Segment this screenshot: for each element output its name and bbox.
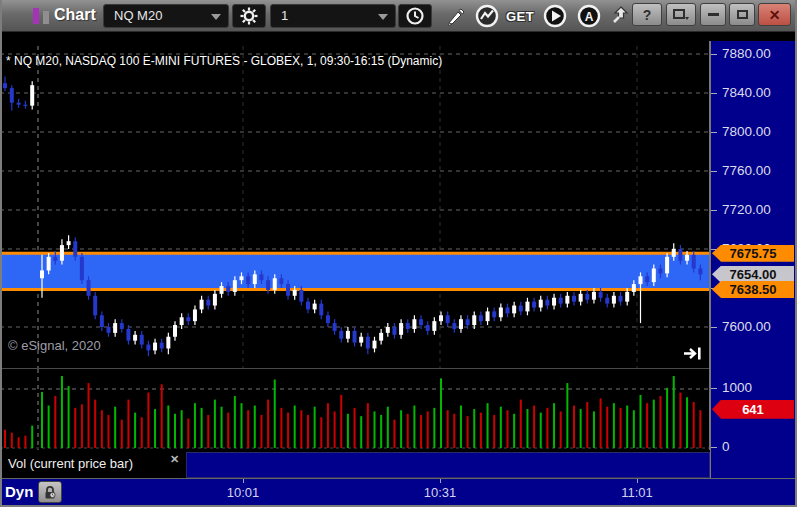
volume-bar — [201, 408, 203, 448]
volume-badge-641: 641 — [712, 400, 794, 419]
candle-body — [512, 306, 516, 314]
candle-body — [625, 292, 629, 302]
candle-body — [486, 311, 490, 321]
candle-body — [160, 343, 164, 349]
volume-bar — [327, 403, 329, 448]
candle-body — [313, 304, 317, 310]
symbol-settings-button[interactable] — [232, 4, 266, 28]
replay-button[interactable] — [540, 3, 570, 29]
minimize-button[interactable] — [700, 3, 726, 26]
volume-axis-label: 0 — [722, 439, 730, 454]
price-axis-tick — [711, 327, 717, 328]
volume-bar — [593, 411, 595, 448]
volume-bar — [560, 411, 562, 448]
volume-bar — [500, 407, 502, 448]
volume-pane[interactable] — [0, 368, 710, 450]
candle-body — [552, 298, 556, 306]
price-axis-tick — [711, 93, 717, 94]
volume-bar — [108, 415, 110, 448]
volume-bar — [127, 400, 129, 448]
candle-body — [306, 302, 310, 310]
volume-bar — [460, 406, 462, 448]
help-label: ? — [643, 7, 652, 23]
volume-bar — [61, 376, 63, 448]
studies-button[interactable] — [472, 3, 502, 29]
candle-body — [240, 276, 244, 280]
candle-body — [213, 294, 217, 306]
clock-icon — [405, 6, 425, 26]
volume-bar — [420, 415, 422, 448]
candle-body — [592, 292, 596, 300]
volume-bar — [653, 400, 655, 448]
volume-bar — [147, 393, 149, 448]
volume-bar — [666, 388, 668, 448]
candle-body — [539, 300, 543, 308]
get-data-button[interactable]: GET — [505, 3, 535, 29]
candle-body — [146, 345, 150, 351]
time-axis-bar[interactable]: Dyn 10:0110:3111:01 — [0, 478, 797, 505]
annotation-button[interactable]: A — [574, 3, 604, 29]
candle-body — [406, 323, 410, 329]
candle-body — [412, 319, 416, 329]
symbol-dropdown[interactable]: NQ M20 — [103, 4, 229, 28]
candle-body — [193, 309, 197, 321]
candle-body — [299, 290, 303, 302]
time-lock-button[interactable] — [38, 481, 62, 503]
time-template-button[interactable] — [398, 4, 432, 28]
horizontal-scroll-strip[interactable] — [186, 452, 710, 478]
restore-window-button[interactable] — [666, 3, 696, 26]
candle-body — [220, 286, 224, 294]
volume-bar — [68, 386, 70, 448]
price-badge-7654.00: 7654.00 — [712, 266, 794, 283]
draw-button[interactable] — [440, 3, 470, 29]
chevron-down-icon — [378, 14, 388, 20]
title-bar[interactable]: Chart NQ M20 1 — [0, 0, 797, 32]
candle-body — [73, 241, 77, 257]
candle-body — [259, 274, 263, 280]
candle-body — [93, 296, 97, 316]
candle-body — [126, 329, 130, 341]
volume-bar — [427, 411, 429, 448]
candle-body — [266, 280, 270, 290]
maximize-button[interactable] — [729, 3, 755, 26]
volume-bar — [280, 408, 282, 448]
app-icon-secondary — [43, 11, 49, 24]
volume-bar — [347, 414, 349, 448]
minimize-icon — [708, 13, 719, 16]
candle-body — [612, 296, 616, 304]
play-icon — [542, 3, 568, 29]
close-button[interactable]: ✕ — [758, 3, 791, 26]
candle-body — [392, 327, 396, 335]
candle-body — [53, 257, 57, 261]
volume-bar — [334, 411, 336, 448]
jump-to-latest-icon[interactable] — [682, 346, 704, 361]
candle-body — [87, 280, 91, 296]
price-chart-pane[interactable]: * NQ M20, NASDAQ 100 E-MINI FUTURES - GL… — [0, 32, 710, 368]
candle-body — [373, 341, 377, 349]
candle-body — [366, 337, 370, 349]
annotate-a-icon: A — [576, 3, 602, 29]
candle-body — [532, 302, 536, 308]
candle-body — [639, 276, 643, 284]
volume-bar — [41, 392, 43, 448]
volume-bar — [380, 415, 382, 448]
candle-body — [253, 274, 257, 284]
indicator-close-icon[interactable]: ✕ — [170, 453, 179, 466]
volume-bar — [447, 410, 449, 448]
candle-body — [692, 255, 696, 269]
interval-dropdown[interactable]: 1 — [270, 4, 396, 28]
candle-body — [472, 315, 476, 325]
candle-body — [386, 327, 390, 333]
price-axis-label: 7600.00 — [722, 319, 771, 334]
help-button[interactable]: ? — [632, 3, 662, 26]
candle-body — [359, 337, 363, 343]
candle-body — [479, 315, 483, 321]
volume-bar — [174, 414, 176, 448]
volume-bar — [234, 396, 236, 448]
volume-bar — [241, 403, 243, 448]
volume-bar — [254, 406, 256, 448]
price-axis[interactable]: 7880.007840.007800.007760.007720.007680.… — [709, 41, 795, 478]
volume-bar — [167, 406, 169, 448]
volume-chart — [0, 369, 710, 450]
candle-body — [47, 257, 51, 271]
